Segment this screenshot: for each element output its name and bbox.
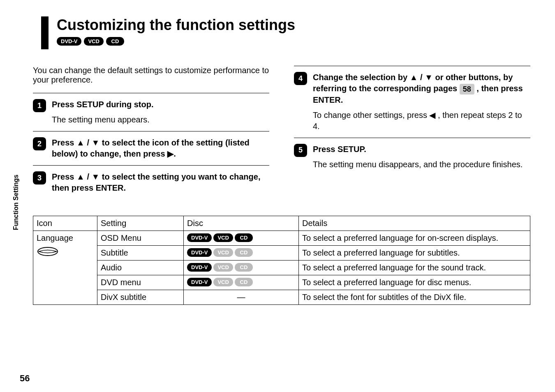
table-header: Disc <box>184 216 299 231</box>
right-column: 4 Change the selection by ▲ / ▼ or other… <box>294 66 530 199</box>
step-number: 5 <box>294 144 307 157</box>
step-title: Press SETUP. <box>313 144 530 155</box>
disc-badge: CD <box>235 233 253 242</box>
disc-badge: DVD-V <box>187 248 212 257</box>
section-label: Function Settings <box>12 175 20 230</box>
disc-cell: DVD-VVCDCD <box>184 246 299 261</box>
details-cell: To select a preferred language for disc … <box>299 275 530 290</box>
step-number: 1 <box>33 99 46 112</box>
table-header: Setting <box>97 216 184 231</box>
step-title: Press ▲ / ▼ to select the icon of the se… <box>52 137 269 159</box>
setting-cell: Subtitle <box>97 246 184 261</box>
details-cell: To select a preferred language for the s… <box>299 261 530 275</box>
table-row: DivX subtitle—To select the font for sub… <box>33 290 530 305</box>
header-bar-decoration <box>41 16 49 49</box>
step: 4 Change the selection by ▲ / ▼ or other… <box>294 66 530 138</box>
disc-badge: CD <box>235 263 253 272</box>
step: 5 Press SETUP. The setting menu disappea… <box>294 138 530 176</box>
intro-text: You can change the default settings to c… <box>33 66 269 85</box>
step: 2 Press ▲ / ▼ to select the icon of the … <box>33 131 269 165</box>
details-cell: To select a preferred language for subti… <box>299 246 530 261</box>
step-title: Press ▲ / ▼ to select the setting you wa… <box>52 171 269 194</box>
table-header: Icon <box>33 216 97 231</box>
table-row: Language OSD MenuDVD-VVCDCDTo select a p… <box>33 231 530 246</box>
page-reference: 58 <box>460 84 474 95</box>
icon-cell: Language <box>33 231 97 305</box>
details-cell: To select the font for subtitles of the … <box>299 290 530 305</box>
step: 1 Press SETUP during stop. The setting m… <box>33 93 269 131</box>
page-header: Customizing the function settings DVD-VV… <box>41 16 530 49</box>
step-number: 2 <box>33 137 46 150</box>
page-number: 56 <box>20 373 30 384</box>
step-title: Press SETUP during stop. <box>52 99 269 110</box>
disc-badge: DVD-V <box>187 278 212 286</box>
lips-icon <box>37 245 94 260</box>
table-header: Details <box>299 216 530 231</box>
setting-cell: DivX subtitle <box>97 290 184 305</box>
disc-badge: DVD-V <box>187 263 212 272</box>
disc-badge: VCD <box>213 278 233 286</box>
disc-badge: DVD-V <box>57 37 81 46</box>
details-cell: To select a preferred language for on-sc… <box>299 231 530 246</box>
disc-cell: DVD-VVCDCD <box>184 275 299 290</box>
setting-cell: OSD Menu <box>97 231 184 246</box>
disc-badge: DVD-V <box>187 233 212 242</box>
disc-badge: CD <box>106 37 124 46</box>
disc-cell: DVD-VVCDCD <box>184 261 299 275</box>
step-description: The setting menu appears. <box>52 114 269 125</box>
disc-badge: VCD <box>213 263 233 272</box>
table-row: SubtitleDVD-VVCDCDTo select a preferred … <box>33 246 530 261</box>
disc-badge: VCD <box>84 37 103 46</box>
disc-badge: CD <box>235 248 253 257</box>
settings-table: IconSettingDiscDetails Language OSD Menu… <box>33 216 530 305</box>
setting-cell: DVD menu <box>97 275 184 290</box>
left-column: You can change the default settings to c… <box>33 66 269 199</box>
step-number: 3 <box>33 171 46 184</box>
step: 3 Press ▲ / ▼ to select the setting you … <box>33 165 269 199</box>
table-row: AudioDVD-VVCDCDTo select a preferred lan… <box>33 261 530 275</box>
title-disc-badges: DVD-VVCDCD <box>57 37 530 46</box>
group-label: Language <box>37 233 94 243</box>
step-number: 4 <box>294 72 307 85</box>
page-title: Customizing the function settings <box>57 16 530 34</box>
disc-cell: — <box>184 290 299 305</box>
disc-badge: VCD <box>213 233 233 242</box>
disc-badge: VCD <box>213 248 233 257</box>
setting-cell: Audio <box>97 261 184 275</box>
disc-badge: CD <box>235 278 253 286</box>
step-title: Change the selection by ▲ / ▼ or other b… <box>313 72 530 106</box>
table-row: DVD menuDVD-VVCDCDTo select a preferred … <box>33 275 530 290</box>
disc-cell: DVD-VVCDCD <box>184 231 299 246</box>
step-description: The setting menu disappears, and the pro… <box>313 159 530 170</box>
svg-point-0 <box>38 247 58 256</box>
step-description: To change other settings, press ◀ , then… <box>313 110 530 132</box>
